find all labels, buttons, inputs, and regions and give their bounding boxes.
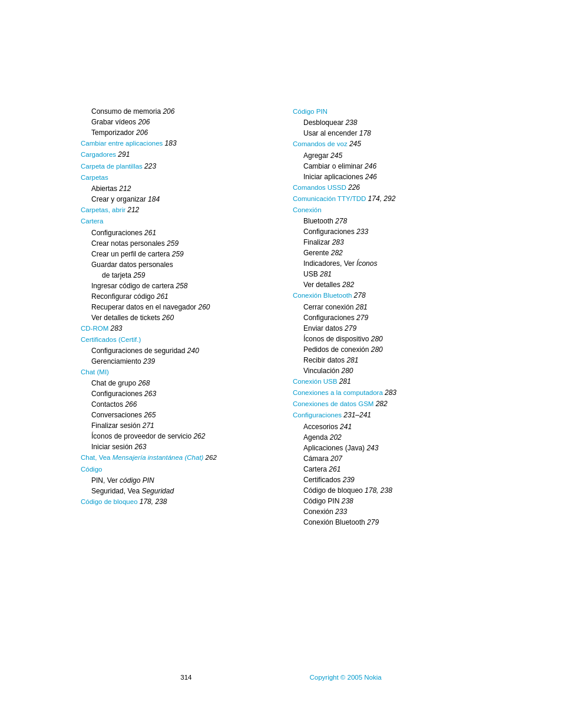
entry-heading: Código [81,466,102,473]
entry-number: 233 [335,508,347,516]
entry-heading: Carpeta de plantillas [81,163,144,170]
content-area: Consumo de memoria 206Grabar vídeos 206T… [0,106,562,528]
entry-number: 212 [119,185,131,193]
index-entry: Gerenciamiento 239 [81,356,269,367]
sub-entry-text: Cerrar conexión [303,303,356,311]
sub-entry-text: Usar al encender [303,129,359,137]
sub-sub-entry-text: de tarjeta [102,271,133,279]
index-entry: Código de bloqueo 178, 238 [293,485,481,496]
index-entry: Cargadores 291 [81,149,269,160]
index-entry: de tarjeta 259 [81,270,269,281]
sub-entry-text: Configuraciones de seguridad [91,347,187,355]
index-entry: Gerente 282 [293,248,481,258]
index-entry: Carpeta de plantillas 223 [81,161,269,172]
index-entry: Guardar datos personales [81,259,269,270]
index-entry: Ingresar código de cartera 258 [81,281,269,291]
entry-heading: Carpetas [81,174,108,181]
index-entry: Configuraciones 263 [81,388,269,399]
sub-entry-text: Crear notas personales [91,239,167,248]
entry-heading: Comandos USSD [293,184,348,191]
entry-number: 280 [342,367,353,375]
sub-entry-text: Grabar vídeos [91,118,138,126]
index-entry: Cerrar conexión 281 [293,302,481,312]
entry-number: 279 [345,324,356,332]
index-entry: Cambiar o eliminar 246 [293,161,481,172]
sub-entry-text: Ingresar código de cartera [91,282,176,290]
entry-number: 245 [349,140,361,148]
sub-entry-text: Enviar datos [303,324,345,332]
sub-entry-text: Recuperar datos en el navegador [91,303,198,311]
sub-entry-text: Bluetooth [303,217,335,225]
entry-heading: Cartera [81,218,103,225]
sub-entry-text: Cámara [303,454,330,463]
entry-heading: Código de bloqueo [81,498,140,505]
index-entry: Conexión 233 [293,506,481,517]
entry-heading: Comunicación TTY/TDD [293,195,368,202]
index-entry: Recuperar datos en el navegador 260 [81,302,269,312]
index-entry: Crear un perfil de cartera 259 [81,249,269,259]
entry-heading: Cargadores [81,151,118,158]
entry-number: 266 [125,400,137,409]
entry-number: 261 [157,292,168,301]
sub-entry-text: Vinculación [303,367,342,375]
index-entry: CD-ROM 283 [81,323,269,334]
index-entry: Comandos USSD 226 [293,182,481,193]
entry-number: 281 [320,270,332,278]
sub-entry-text: Recibir datos [303,356,346,364]
sub-entry-text: Gerenciamiento [91,357,143,365]
index-entry: Carpetas, abrir 212 [81,205,269,215]
sub-entry-text: Código de bloqueo [303,486,365,495]
entry-number: 263 [144,390,156,398]
sub-entry-text: Conversaciones [91,411,144,419]
entry-number: 291 [118,150,130,159]
entry-number: 246 [365,162,376,170]
entry-number: 283 [110,324,122,332]
sub-entry-text: Finalizar sesión [91,421,143,430]
index-entry: Certificados 239 [293,475,481,485]
sub-entry-text: Certificados [303,476,343,484]
entry-number: 265 [144,411,156,419]
entry-number: 240 [187,347,199,355]
index-entry: Configuraciones 231–241 [293,410,481,420]
entry-number: 261 [144,229,156,237]
index-entry: Finalizar 283 [293,237,481,248]
sub-entry-text: Accesorios [303,423,340,431]
index-entry: Agenda 202 [293,432,481,443]
entry-number: 231–241 [343,411,371,419]
entry-number: 282 [331,249,343,257]
entry-number: 263 [134,443,146,451]
index-entry: Pedidos de conexión 280 [293,344,481,355]
entry-number: 260 [198,303,210,311]
left-column: Consumo de memoria 206Grabar vídeos 206T… [81,106,269,528]
index-entry: Certificados (Certif.) [81,334,269,345]
entry-number: 281 [356,303,368,311]
entry-heading-italic: Chat, Vea Mensajería instantánea (Chat) … [81,454,217,461]
entry-heading: Código PIN [293,108,328,115]
sub-entry-text: Crear y organizar [91,195,148,203]
entry-number: 283 [332,238,344,246]
entry-number: 260 [162,314,174,322]
entry-number: 279 [367,518,379,526]
sub-entry-text: Desbloquear [303,118,345,127]
index-entry: Desbloquear 238 [293,117,481,128]
index-entry: Configuraciones de seguridad 240 [81,345,269,356]
sub-entry-text: Crear un perfil de cartera [91,250,172,258]
entry-number: 178, 238 [140,498,167,506]
index-entry: Configuraciones 279 [293,312,481,323]
entry-heading: Conexiones a la computadora [293,389,385,396]
index-entry: Vinculación 280 [293,365,481,376]
sub-entry-text: Configuraciones [303,228,356,236]
index-entry: USB 281 [293,269,481,279]
entry-number: 271 [143,421,154,430]
index-entry: Conexión Bluetooth 279 [293,517,481,528]
entry-number: 259 [133,271,145,279]
index-entry: Iniciar aplicaciones 246 [293,172,481,182]
entry-number: 243 [366,444,378,452]
index-entry: Íconos de dispositivo 280 [293,334,481,344]
index-entry: Conexión [293,205,481,215]
entry-number: 281 [339,377,351,386]
sub-entry-text: USB [303,270,320,278]
index-entry: Conexión USB 281 [293,376,481,387]
index-entry: Finalizar sesión 271 [81,420,269,431]
sub-entry-text: Temporizador [91,129,136,137]
